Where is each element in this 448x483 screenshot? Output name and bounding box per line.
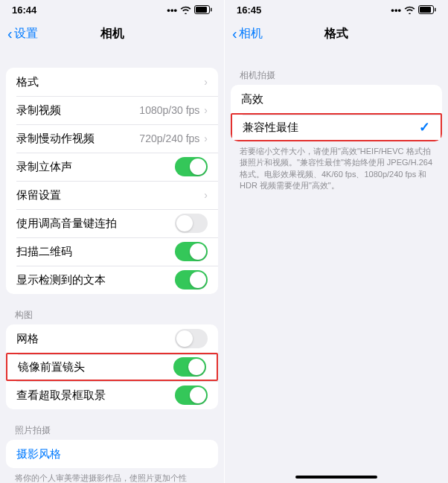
svg-rect-2: [211, 8, 212, 12]
content: 格式 › 录制视频 1080p/30 fps › 录制慢动作视频 720p/24…: [0, 50, 224, 483]
back-label: 相机: [239, 26, 263, 42]
row-label: 扫描二维码: [16, 245, 175, 259]
svg-rect-5: [435, 8, 436, 12]
row-detected-text[interactable]: 显示检测到的文本: [6, 266, 218, 294]
battery-icon: [418, 5, 436, 14]
row-grid[interactable]: 网格: [6, 324, 218, 353]
settings-group-1: 格式 › 录制视频 1080p/30 fps › 录制慢动作视频 720p/24…: [6, 68, 218, 294]
row-mirror-front-camera[interactable]: 镜像前置镜头: [6, 353, 218, 381]
chevron-left-icon: ‹: [232, 26, 237, 41]
row-scan-qr[interactable]: 扫描二维码: [6, 237, 218, 266]
status-bar: 16:45 •••: [225, 2, 448, 17]
dots-icon: •••: [391, 4, 401, 16]
section-header-camera-capture: 相机拍摄: [231, 65, 442, 85]
toggle-detected-text[interactable]: [175, 270, 208, 290]
row-label: 录制慢动作视频: [16, 132, 139, 146]
back-button[interactable]: ‹ 相机: [232, 26, 263, 42]
section-header-composition: 构图: [6, 304, 218, 324]
chevron-right-icon: ›: [204, 104, 208, 116]
toggle-scan-qr[interactable]: [175, 242, 208, 261]
row-label: 镜像前置镜头: [18, 360, 173, 374]
chevron-right-icon: ›: [204, 76, 208, 88]
chevron-left-icon: ‹: [7, 26, 13, 41]
toggle-volume-burst[interactable]: [175, 214, 208, 233]
row-formats[interactable]: 格式 ›: [6, 68, 218, 96]
row-label: 使用调高音量键连拍: [16, 217, 175, 231]
row-volume-burst[interactable]: 使用调高音量键连拍: [6, 209, 218, 237]
formats-group: 高效 兼容性最佳 ✓: [231, 85, 442, 141]
settings-group-composition: 网格 镜像前置镜头 查看超取景框取景: [6, 324, 218, 409]
svg-rect-4: [420, 7, 431, 13]
row-label: 网格: [16, 332, 175, 346]
back-label: 设置: [14, 26, 38, 42]
toggle-mirror-front[interactable]: [173, 357, 206, 377]
status-time: 16:44: [12, 4, 36, 16]
wifi-icon: [180, 6, 191, 14]
row-label: 摄影风格: [16, 447, 208, 461]
camera-settings-screen: 16:44 ••• ‹ 设置 相机 格式 › 录制视频 1080p/30 fps…: [0, 0, 224, 483]
page-title: 相机: [100, 26, 124, 42]
row-photographic-styles[interactable]: 摄影风格: [6, 440, 218, 468]
status-indicators: •••: [167, 4, 212, 16]
row-high-efficiency[interactable]: 高效: [231, 85, 442, 113]
status-indicators: •••: [391, 4, 436, 16]
row-record-slomo[interactable]: 录制慢动作视频 720p/240 fps ›: [6, 124, 218, 153]
row-label: 保留设置: [16, 188, 204, 202]
section-header-photo-capture: 照片拍摄: [6, 420, 218, 440]
footer-photographic-styles: 将你的个人审美带进摄影作品，使照片更加个性化。"摄影风格"使用先进的场景理解技术…: [6, 468, 218, 483]
row-detail: 1080p/30 fps: [139, 104, 199, 116]
status-bar: 16:44 •••: [0, 2, 224, 17]
toggle-grid[interactable]: [175, 329, 208, 348]
chevron-right-icon: ›: [204, 132, 208, 144]
back-button[interactable]: ‹ 设置: [7, 26, 38, 42]
toggle-view-outside-frame[interactable]: [175, 386, 208, 405]
row-label: 录制立体声: [16, 160, 175, 174]
footer-formats: 若要缩小文件大小，请使用"高效"HEIF/HEVC 格式拍摄照片和视频。"兼容性…: [231, 141, 442, 192]
row-view-outside-frame[interactable]: 查看超取景框取景: [6, 381, 218, 409]
checkmark-icon: ✓: [419, 119, 430, 135]
formats-screen: 16:45 ••• ‹ 相机 格式 相机拍摄 高效 兼容性最佳 ✓ 若要缩小文件…: [224, 0, 448, 483]
nav-bar: ‹ 相机 格式: [225, 17, 448, 50]
dots-icon: •••: [167, 4, 177, 16]
nav-bar: ‹ 设置 相机: [0, 17, 224, 50]
row-label: 兼容性最佳: [243, 121, 419, 135]
row-label: 显示检测到的文本: [16, 273, 175, 287]
row-label: 高效: [241, 92, 432, 106]
settings-group-photo-capture: 摄影风格: [6, 440, 218, 468]
status-time: 16:45: [237, 4, 261, 16]
svg-rect-1: [196, 7, 207, 13]
row-label: 格式: [16, 75, 204, 89]
row-detail: 720p/240 fps: [139, 132, 199, 144]
row-label: 查看超取景框取景: [16, 388, 175, 403]
row-label: 录制视频: [16, 103, 139, 118]
toggle-stereo[interactable]: [175, 157, 208, 176]
page-title: 格式: [324, 26, 348, 42]
row-record-video[interactable]: 录制视频 1080p/30 fps ›: [6, 96, 218, 124]
row-preserve-settings[interactable]: 保留设置 ›: [6, 181, 218, 209]
wifi-icon: [404, 6, 415, 14]
battery-icon: [194, 5, 212, 14]
row-most-compatible[interactable]: 兼容性最佳 ✓: [231, 113, 442, 141]
content: 相机拍摄 高效 兼容性最佳 ✓ 若要缩小文件大小，请使用"高效"HEIF/HEV…: [225, 50, 448, 483]
chevron-right-icon: ›: [204, 189, 208, 201]
home-indicator[interactable]: [295, 476, 377, 479]
row-stereo[interactable]: 录制立体声: [6, 153, 218, 181]
